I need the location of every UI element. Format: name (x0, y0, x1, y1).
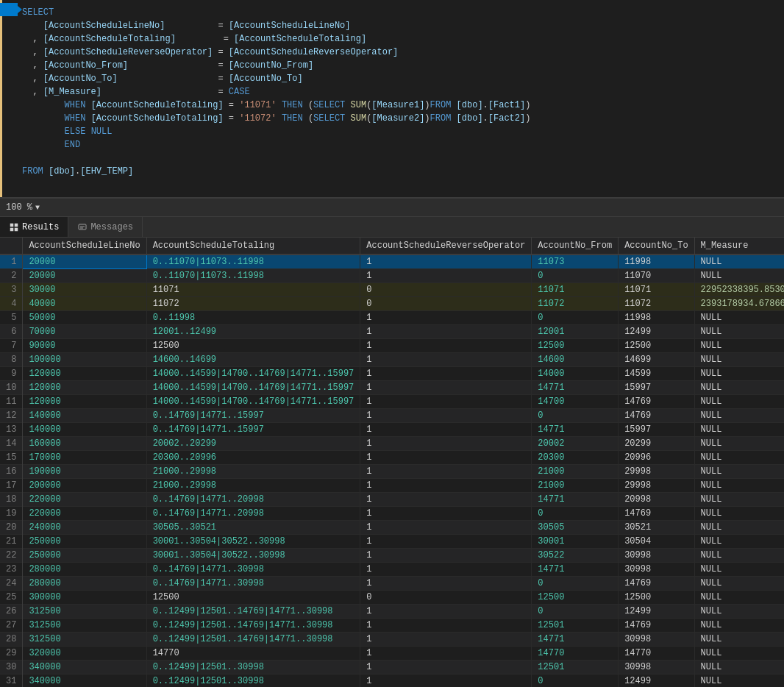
cell-from: 12501 (532, 661, 619, 674)
cell-totaling: 30001..30504|30522..30998 (146, 549, 360, 563)
table-row[interactable]: 192200000..14769|14771..209981014769NULL (0, 507, 784, 521)
cell-from: 11073 (532, 254, 619, 269)
col-rownum (0, 238, 23, 254)
editor-content: SELECT [AccountScheduleLineNo] = [Accoun… (0, 3, 784, 194)
col-M_Measure: M_Measure (694, 238, 784, 254)
col-AccountNo_To: AccountNo_To (619, 238, 694, 254)
cell-totaling: 12001..12499 (146, 325, 360, 339)
cell-totaling: 12500 (146, 591, 360, 605)
zoom-dropdown-arrow[interactable]: ▼ (35, 204, 40, 212)
cell-reverseop: 1 (360, 563, 532, 577)
cell-lineno: 20000 (23, 254, 146, 269)
table-row[interactable]: 2225000030001..30504|30522..309981305223… (0, 549, 784, 563)
table-row[interactable]: 303400000..12499|12501..3099811250130998… (0, 661, 784, 674)
sql-line-14 (22, 178, 778, 191)
cell-reverseop: 1 (360, 605, 532, 619)
cell-totaling: 30001..30504|30522..30998 (146, 535, 360, 549)
table-row[interactable]: 293200001477011477014770NULL (0, 647, 784, 661)
sql-line-3: , [AccountScheduleTotaling] = [AccountSc… (22, 32, 778, 46)
table-row[interactable]: 810000014600..1469911460014699NULL (0, 353, 784, 367)
cell-to: 14770 (619, 647, 694, 661)
table-row[interactable]: 131400000..14769|14771..1599711477115997… (0, 423, 784, 437)
tab-results-label: Results (22, 222, 59, 232)
table-row[interactable]: 1720000021000..2999812100029998NULL (0, 479, 784, 493)
table-row[interactable]: 7900001250011250012500NULL (0, 339, 784, 353)
cell-reverseop: 1 (360, 633, 532, 647)
table-body: 1200000..11070|11073..1199811107311998NU… (0, 254, 784, 687)
cell-measure: NULL (694, 619, 784, 633)
cell-rownum: 22 (0, 549, 23, 563)
table-row[interactable]: 182200000..14769|14771..2099811477120998… (0, 493, 784, 507)
cell-from: 11072 (532, 297, 619, 311)
cell-reverseop: 1 (360, 423, 532, 437)
cell-from: 30505 (532, 521, 619, 535)
cell-from: 14771 (532, 563, 619, 577)
cell-lineno: 200000 (23, 479, 146, 493)
table-row[interactable]: 1416000020002..2029912000220299NULL (0, 437, 784, 451)
tab-results[interactable]: Results (0, 217, 68, 237)
zoom-bar: 100 % ▼ (0, 198, 784, 217)
table-row[interactable]: 232800000..14769|14771..3099811477130998… (0, 563, 784, 577)
table-row[interactable]: 67000012001..1249911200112499NULL (0, 325, 784, 339)
cell-rownum: 4 (0, 297, 23, 311)
table-row[interactable]: 313400000..12499|12501..309981012499NULL (0, 674, 784, 688)
cell-measure: NULL (694, 493, 784, 507)
table-row[interactable]: 330000110710110711107122952338395.85304 (0, 283, 784, 297)
table-row[interactable]: 2125000030001..30504|30522..309981300013… (0, 535, 784, 549)
cell-totaling: 14600..14699 (146, 353, 360, 367)
table-row[interactable]: 1112000014000..14599|14700..14769|14771.… (0, 395, 784, 409)
table-row[interactable]: 44000011072011072110722393178934.67866 (0, 297, 784, 311)
cell-totaling: 21000..29998 (146, 465, 360, 479)
table-row[interactable]: 1200000..11070|11073..1199811107311998NU… (0, 254, 784, 269)
table-row[interactable]: 1517000020300..2099612030020996NULL (0, 451, 784, 465)
cell-from: 12001 (532, 325, 619, 339)
sql-line-1: SELECT (22, 6, 778, 19)
cell-lineno: 280000 (23, 577, 146, 591)
table-row[interactable]: 912000014000..14599|14700..14769|14771..… (0, 367, 784, 381)
table-row[interactable]: 5500000..119981011998NULL (0, 311, 784, 325)
cell-lineno: 240000 (23, 521, 146, 535)
table-row[interactable]: 242800000..14769|14771..309981014769NULL (0, 577, 784, 591)
table-row[interactable]: 2024000030505..3052113050530521NULL (0, 521, 784, 535)
cell-rownum: 26 (0, 605, 23, 619)
cell-rownum: 23 (0, 563, 23, 577)
results-area[interactable]: AccountScheduleLineNo AccountScheduleTot… (0, 238, 784, 687)
cell-totaling: 0..14769|14771..30998 (146, 563, 360, 577)
cell-measure: NULL (694, 647, 784, 661)
tab-messages[interactable]: Messages (68, 217, 143, 237)
table-row[interactable]: 253000001250001250012500NULL (0, 591, 784, 605)
cell-to: 14599 (619, 367, 694, 381)
cell-rownum: 12 (0, 409, 23, 423)
table-row[interactable]: 263125000..12499|12501..14769|14771..309… (0, 605, 784, 619)
cell-measure: NULL (694, 549, 784, 563)
cell-totaling: 14000..14599|14700..14769|14771..15997 (146, 395, 360, 409)
cell-rownum: 15 (0, 451, 23, 465)
cell-measure: 2393178934.67866 (694, 297, 784, 311)
sql-editor[interactable]: SELECT [AccountScheduleLineNo] = [Accoun… (0, 0, 784, 198)
table-row[interactable]: 2200000..11070|11073..119981011070NULL (0, 269, 784, 283)
cell-from: 21000 (532, 465, 619, 479)
col-AccountScheduleLineNo: AccountScheduleLineNo (23, 238, 146, 254)
cell-rownum: 9 (0, 367, 23, 381)
cell-to: 12500 (619, 591, 694, 605)
cell-to: 30998 (619, 549, 694, 563)
sql-line-12 (22, 152, 778, 165)
cell-from: 20300 (532, 451, 619, 465)
cell-rownum: 31 (0, 674, 23, 688)
table-row[interactable]: 1012000014000..14599|14700..14769|14771.… (0, 381, 784, 395)
table-row[interactable]: 273125000..12499|12501..14769|14771..309… (0, 619, 784, 633)
cell-rownum: 11 (0, 395, 23, 409)
cell-from: 12500 (532, 339, 619, 353)
table-row[interactable]: 121400000..14769|14771..159971014769NULL (0, 409, 784, 423)
cell-rownum: 29 (0, 647, 23, 661)
cell-reverseop: 1 (360, 353, 532, 367)
cell-lineno: 100000 (23, 353, 146, 367)
cell-measure: NULL (694, 521, 784, 535)
table-row[interactable]: 283125000..12499|12501..14769|14771..309… (0, 633, 784, 647)
cell-totaling: 0..12499|12501..14769|14771..30998 (146, 605, 360, 619)
cell-from: 14771 (532, 633, 619, 647)
table-row[interactable]: 1619000021000..2999812100029998NULL (0, 465, 784, 479)
cell-measure: NULL (694, 465, 784, 479)
cell-lineno: 20000 (23, 269, 146, 283)
cell-from: 14771 (532, 493, 619, 507)
